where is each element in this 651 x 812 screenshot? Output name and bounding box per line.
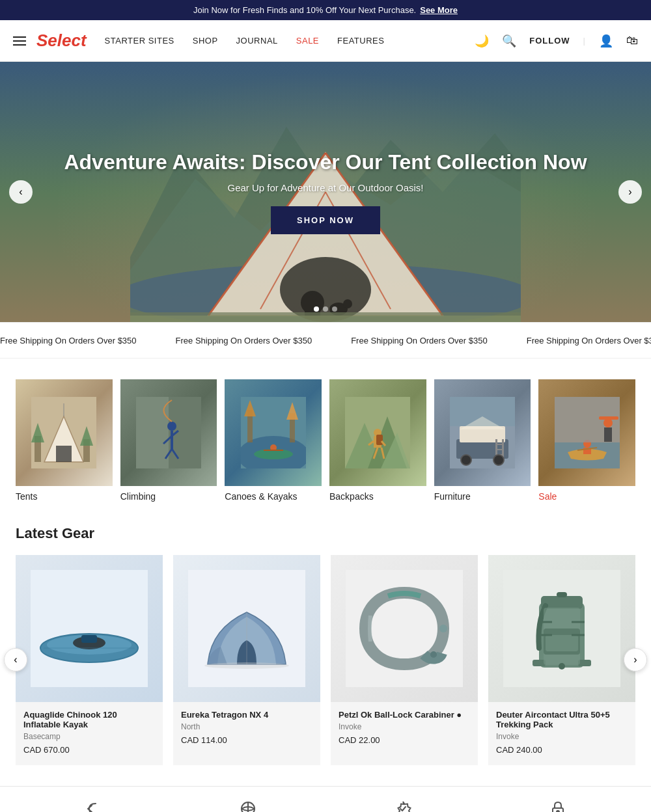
svg-rect-58 (495, 444, 504, 445)
svg-rect-77 (81, 635, 97, 643)
product-brand-kayak: Basecamp (23, 732, 155, 741)
products-next-button[interactable]: › (624, 648, 647, 671)
hero-dot-1[interactable] (314, 306, 319, 312)
header: Select STARTER SITES SHOP JOURNAL SALE F… (0, 20, 651, 62)
category-sale-image (538, 379, 635, 486)
category-climbing[interactable]: Climbing (120, 379, 217, 502)
product-info-kayak: Aquaglide Chinook 120 Inflatable Kayak B… (16, 702, 163, 755)
product-card-carabiner[interactable]: Petzl Ok Ball-Lock Carabiner ● Invoke CA… (331, 555, 478, 765)
hero-section: Adventure Awaits: Discover Our Tent Coll… (0, 62, 651, 322)
nav-journal[interactable]: JOURNAL (236, 36, 278, 46)
category-tents-image (16, 379, 113, 486)
product-image-carabiner (331, 555, 478, 702)
marquee-item: Free Shipping On Orders Over $350 (0, 336, 137, 345)
product-brand-tent: North (181, 722, 312, 731)
product-info-carabiner: Petzl Ok Ball-Lock Carabiner ● Invoke CA… (331, 702, 478, 745)
svg-point-26 (167, 422, 176, 431)
product-brand-pack: Invoke (496, 732, 628, 741)
svg-point-84 (439, 625, 447, 632)
category-climbing-label: Climbing (120, 491, 217, 502)
nav-shop[interactable]: SHOP (193, 36, 218, 46)
follow-label[interactable]: FOLLOW (529, 36, 570, 46)
product-image-kayak (16, 555, 163, 702)
category-backpacks-image (329, 379, 426, 486)
svg-rect-17 (56, 446, 72, 462)
hero-next-button[interactable]: › (618, 180, 642, 204)
dark-mode-toggle[interactable]: 🌙 (475, 34, 489, 48)
nav-starter-sites[interactable]: STARTER SITES (105, 36, 174, 46)
product-info-pack: Deuter Aircontact Ultra 50+5 Trekking Pa… (488, 702, 635, 755)
svg-rect-72 (599, 416, 618, 420)
latest-gear-section: Latest Gear ‹ (0, 507, 651, 786)
category-backpacks[interactable]: Backpacks (329, 379, 426, 502)
category-canoes-image (225, 379, 322, 486)
category-canoes-label: Canoes & Kayaks (225, 491, 322, 502)
hero-cta-button[interactable]: SHOP NOW (271, 206, 380, 234)
svg-rect-71 (604, 427, 612, 442)
category-tents-label: Tents (16, 491, 113, 502)
category-furniture-label: Furniture (434, 491, 531, 502)
product-name-tent: Eureka Tetragon NX 4 (181, 710, 312, 720)
product-price-tent: CAD 114.00 (181, 735, 312, 745)
marquee-section: Free Shipping On Orders Over $350 Free S… (0, 322, 651, 359)
logo[interactable]: Select (36, 31, 87, 51)
svg-rect-25 (169, 397, 201, 468)
hero-dots (314, 306, 337, 312)
header-right: 🌙 🔍 FOLLOW | 👤 🛍 (475, 34, 638, 48)
category-furniture[interactable]: Furniture (434, 379, 531, 502)
product-name-carabiner: Petzl Ok Ball-Lock Carabiner ● (339, 710, 470, 720)
product-info-tent: Eureka Tetragon NX 4 North CAD 114.00 (173, 702, 320, 745)
hero-dot-3[interactable] (332, 306, 337, 312)
product-image-pack (488, 555, 635, 702)
back-icon[interactable] (84, 800, 102, 812)
latest-gear-title: Latest Gear (16, 525, 635, 542)
products-grid: Aquaglide Chinook 120 Inflatable Kayak B… (16, 555, 635, 765)
category-sale[interactable]: Sale (538, 379, 635, 502)
products-prev-button[interactable]: ‹ (4, 648, 27, 671)
hero-prev-button[interactable]: ‹ (9, 180, 33, 204)
product-card-kayak[interactable]: Aquaglide Chinook 120 Inflatable Kayak B… (16, 555, 163, 765)
svg-point-61 (461, 455, 471, 465)
svg-rect-59 (495, 449, 504, 450)
main-nav: STARTER SITES SHOP JOURNAL SALE FEATURES (105, 36, 385, 46)
hero-subtitle: Gear Up for Adventure at Our Outdoor Oas… (64, 182, 587, 193)
marquee-item: Free Shipping On Orders Over $350 (351, 336, 488, 345)
hero-title: Adventure Awaits: Discover Our Tent Coll… (64, 150, 587, 174)
globe-icon[interactable] (239, 800, 257, 812)
svg-rect-14 (130, 316, 521, 322)
svg-rect-63 (450, 397, 515, 426)
product-name-kayak: Aquaglide Chinook 120 Inflatable Kayak (23, 710, 155, 729)
product-image-tent (173, 555, 320, 702)
category-furniture-image (434, 379, 531, 486)
product-price-carabiner: CAD 22.00 (339, 735, 470, 745)
svg-point-97 (559, 663, 565, 670)
verified-icon[interactable] (394, 800, 412, 812)
nav-sale[interactable]: SALE (296, 36, 319, 46)
product-card-tent[interactable]: Eureka Tetragon NX 4 North CAD 114.00 (173, 555, 320, 765)
account-button[interactable]: 👤 (599, 34, 613, 48)
cart-button[interactable]: 🛍 (626, 34, 638, 47)
lock-icon[interactable] (549, 800, 567, 812)
hamburger-menu[interactable] (13, 36, 26, 46)
nav-features[interactable]: FEATURES (337, 36, 384, 46)
svg-rect-92 (546, 635, 578, 651)
product-brand-carabiner: Invoke (339, 722, 470, 731)
product-price-pack: CAD 240.00 (496, 745, 628, 755)
category-climbing-image (120, 379, 217, 486)
hero-next-icon: › (628, 186, 631, 198)
category-tents[interactable]: Tents (16, 379, 113, 502)
svg-rect-73 (31, 570, 148, 687)
footer-bar (0, 786, 651, 812)
categories-section: Tents Cl (0, 359, 651, 507)
banner-link[interactable]: See More (420, 5, 458, 15)
hero-dot-2[interactable] (323, 306, 328, 312)
product-card-pack[interactable]: Deuter Aircontact Ultra 50+5 Trekking Pa… (488, 555, 635, 765)
search-button[interactable]: 🔍 (502, 34, 516, 48)
svg-point-70 (603, 418, 613, 427)
product-name-pack: Deuter Aircontact Ultra 50+5 Trekking Pa… (496, 710, 628, 729)
category-sale-label: Sale (538, 491, 635, 502)
category-canoes[interactable]: Canoes & Kayaks (225, 379, 322, 502)
hero-content: Adventure Awaits: Discover Our Tent Coll… (51, 137, 600, 247)
top-banner: Join Now for Fresh Finds and 10% Off You… (0, 0, 651, 20)
category-backpacks-label: Backpacks (329, 491, 426, 502)
